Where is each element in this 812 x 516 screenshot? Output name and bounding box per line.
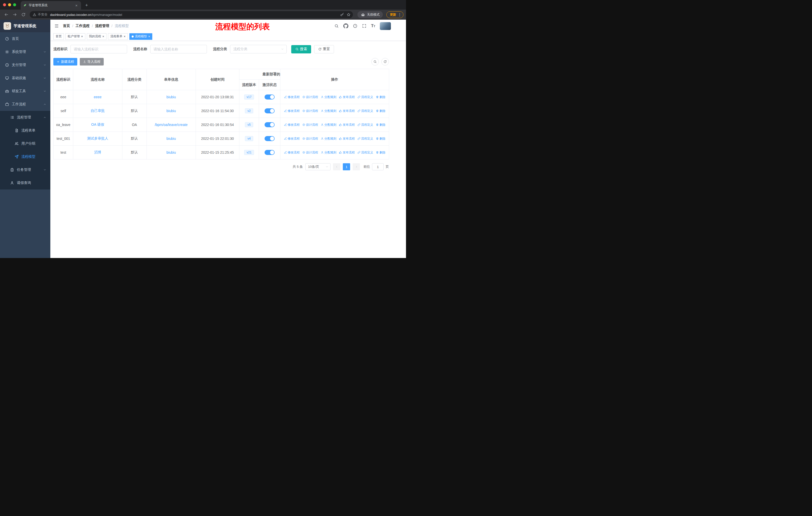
sidebar-item[interactable]: 任务管理 (0, 163, 50, 176)
address-bar[interactable]: 不安全 dashboard.yudao.iocoder.cn /bpm/mana… (30, 11, 353, 18)
process-name-link[interactable]: OA 请假 (91, 123, 104, 127)
form-link[interactable]: biubiu (166, 151, 176, 155)
browser-menu-button[interactable]: ⋮ (398, 12, 402, 17)
reset-button[interactable]: 重置 (314, 45, 334, 53)
process-name-link[interactable]: 自己审批 (91, 109, 105, 113)
close-icon[interactable]: × (81, 35, 83, 38)
avatar[interactable] (380, 22, 391, 30)
sidebar-item[interactable]: 首页 (0, 32, 50, 45)
tag-item[interactable]: 首页 (53, 33, 64, 40)
forward-button[interactable] (11, 11, 19, 19)
breadcrumb-item[interactable]: 工作流程 (76, 24, 90, 28)
action-definition-link[interactable]: 流程定义 (357, 137, 373, 141)
action-edit-link[interactable]: 修改流程 (284, 151, 300, 155)
sidebar-item[interactable]: 用户分组 (0, 137, 50, 150)
site-security[interactable]: 不安全 (33, 12, 48, 17)
sidebar-item[interactable]: 请假查询 (0, 176, 50, 189)
action-design-link[interactable]: 设计流程 (302, 123, 318, 127)
process-name-input[interactable] (150, 45, 207, 53)
process-name-link[interactable]: 滔博 (94, 150, 101, 154)
action-publish-link[interactable]: 发布流程 (339, 123, 355, 127)
page-1-button[interactable]: 1 (343, 163, 350, 170)
breadcrumb-item[interactable]: 首页 (63, 24, 70, 28)
close-icon[interactable]: × (123, 35, 125, 38)
bookmark-button[interactable] (345, 11, 352, 18)
password-button[interactable] (339, 11, 345, 18)
action-assign-link[interactable]: 分配规则 (321, 137, 337, 141)
search-button[interactable]: 搜索 (291, 45, 311, 53)
import-process-button[interactable]: 导入流程 (80, 58, 104, 65)
tag-item[interactable]: 流程模型× (129, 33, 152, 40)
sidebar-item[interactable]: ¥支付管理 (0, 58, 50, 72)
status-toggle[interactable] (265, 94, 274, 100)
new-tab-button[interactable]: + (83, 2, 90, 9)
form-link[interactable]: biubiu (166, 137, 176, 141)
process-name-link[interactable]: 测试多审批人 (87, 136, 108, 140)
action-edit-link[interactable]: 修改流程 (284, 137, 300, 141)
sidebar-item[interactable]: 基础设施 (0, 72, 50, 85)
action-publish-link[interactable]: 发布流程 (339, 109, 355, 113)
action-definition-link[interactable]: 流程定义 (357, 123, 373, 127)
window-minimize-button[interactable] (8, 3, 11, 6)
close-icon[interactable]: × (103, 35, 105, 38)
action-assign-link[interactable]: 分配规则 (321, 151, 337, 155)
form-link[interactable]: biubiu (166, 95, 176, 99)
reload-button[interactable] (20, 11, 27, 19)
action-publish-link[interactable]: 发布流程 (339, 95, 355, 99)
action-publish-link[interactable]: 发布流程 (339, 151, 355, 155)
goto-page-input[interactable] (372, 163, 384, 170)
breadcrumb-item[interactable]: 流程管理 (95, 24, 109, 28)
status-toggle[interactable] (265, 150, 274, 155)
status-toggle[interactable] (265, 122, 274, 127)
browser-tab[interactable]: 芋道管理系统 × (21, 1, 81, 9)
sidebar-item[interactable]: 流程表单 (0, 124, 50, 137)
action-edit-link[interactable]: 修改流程 (284, 109, 300, 113)
back-button[interactable] (2, 11, 10, 19)
update-button[interactable]: 更新 (390, 12, 396, 17)
action-definition-link[interactable]: 流程定义 (357, 95, 373, 99)
window-close-button[interactable] (3, 3, 6, 6)
search-icon[interactable] (334, 24, 339, 28)
action-assign-link[interactable]: 分配规则 (321, 95, 337, 99)
action-delete-link[interactable]: 删除 (376, 151, 386, 155)
status-toggle[interactable] (265, 108, 274, 113)
close-icon[interactable]: × (148, 35, 150, 38)
next-page-button[interactable] (353, 163, 360, 170)
action-delete-link[interactable]: 删除 (376, 123, 386, 127)
action-design-link[interactable]: 设计流程 (302, 95, 318, 99)
tag-item[interactable]: 流程表单× (108, 33, 128, 40)
action-delete-link[interactable]: 删除 (376, 95, 386, 99)
fullscreen-icon[interactable] (362, 24, 367, 28)
tab-close-icon[interactable]: × (74, 3, 79, 7)
status-toggle[interactable] (265, 136, 274, 141)
action-definition-link[interactable]: 流程定义 (357, 109, 373, 113)
action-assign-link[interactable]: 分配规则 (321, 123, 337, 127)
action-design-link[interactable]: 设计流程 (302, 137, 318, 141)
action-edit-link[interactable]: 修改流程 (284, 123, 300, 127)
form-link[interactable]: /bpm/oa/leave/create (155, 123, 188, 127)
sidebar-item[interactable]: 系统管理 (0, 45, 50, 58)
collapse-sidebar-button[interactable] (50, 20, 63, 32)
sidebar-item[interactable]: 流程管理 (0, 111, 50, 124)
help-icon[interactable]: ? (353, 24, 357, 28)
form-link[interactable]: biubiu (166, 109, 176, 113)
action-design-link[interactable]: 设计流程 (302, 151, 318, 155)
process-name-link[interactable]: eeee (94, 95, 102, 99)
font-size-icon[interactable]: TT (371, 23, 375, 28)
sidebar-item[interactable]: 研发工具 (0, 85, 50, 98)
sidebar-item[interactable]: 工作流程 (0, 98, 50, 111)
action-publish-link[interactable]: 发布流程 (339, 137, 355, 141)
create-process-button[interactable]: 新建流程 (53, 58, 77, 65)
tag-item[interactable]: 我的流程× (87, 33, 107, 40)
action-definition-link[interactable]: 流程定义 (357, 151, 373, 155)
tag-item[interactable]: 租户管理× (65, 33, 85, 40)
action-edit-link[interactable]: 修改流程 (284, 95, 300, 99)
action-delete-link[interactable]: 删除 (376, 137, 386, 141)
process-key-input[interactable] (70, 45, 127, 53)
action-delete-link[interactable]: 删除 (376, 109, 386, 113)
window-zoom-button[interactable] (13, 3, 16, 6)
page-size-select[interactable]: 10条/页 (305, 163, 330, 170)
action-assign-link[interactable]: 分配规则 (321, 109, 337, 113)
github-icon[interactable] (343, 23, 348, 28)
refresh-table-button[interactable] (381, 58, 389, 65)
